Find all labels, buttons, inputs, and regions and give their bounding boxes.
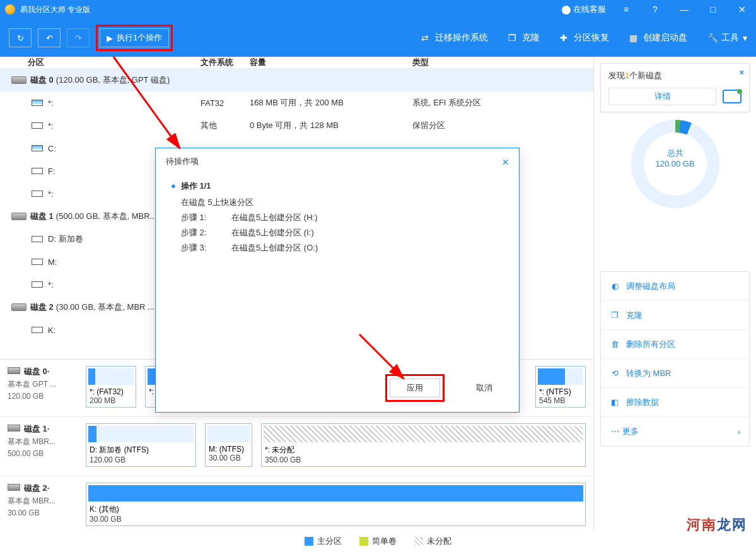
menu-icon[interactable]: ≡ [617,4,635,15]
more-icon: ⋯ [610,426,620,437]
action-adjust[interactable]: ◐调整磁盘布局 [601,272,749,301]
redo-button[interactable]: ↷ [67,28,90,47]
migrate-os-button[interactable]: ⇄迁移操作系统 [421,32,488,44]
disk-visual-2: 磁盘 2· 基本盘 MBR... 30.00 GB K: (其他)30.00 G… [0,476,593,535]
operation-step: 步骤 2:在磁盘5上创建分区 (I:) [181,227,504,238]
user-icon [562,6,571,15]
disk-icon [8,484,20,491]
action-clone[interactable]: ❐克隆 [601,301,749,330]
recover-icon: ✚ [560,33,570,43]
disk-icon [11,303,26,311]
app-title: 易我分区大师 专业版 [20,4,562,15]
partition-icon [32,122,43,129]
disk0-label: 磁盘 0 [30,74,54,86]
notify-title: 发现1个新磁盘 [608,70,741,81]
detail-button[interactable]: 详情 [608,88,716,105]
pending-operations-modal: 待操作项 × 操作 1/1 在磁盘 5上快速分区 步骤 1:在磁盘5上创建分区 … [155,148,520,413]
th-capacity: 容量 [250,57,412,68]
modal-title: 待操作项 [166,156,199,169]
close-icon[interactable]: ✕ [733,4,751,15]
wrench-icon: 🔧 [707,33,718,43]
donut-label: 总共 120.00 GB [600,148,750,168]
disk-row-0[interactable]: 磁盘 0 (120.00 GB, 基本盘, GPT 磁盘) [0,69,593,91]
action-wipe[interactable]: ◧擦除数据 [601,388,749,417]
minimize-icon[interactable]: — [675,4,693,15]
partition-visual[interactable]: *: 未分配350.00 GB [261,423,586,467]
refresh-button[interactable]: ↻ [9,28,32,47]
partition-visual[interactable]: K: (其他)30.00 GB [86,483,586,526]
toolbar: ↻ ↶ ↷ ▶ 执行1个操作 ⇄迁移操作系统 ❐克隆 ✚分区恢复 ▦创建启动盘 … [0,19,756,57]
table-row[interactable]: *: 其他 0 Byte 可用，共 128 MB 保留分区 [0,114,593,137]
bootdisk-button[interactable]: ▦创建启动盘 [629,32,687,44]
app-logo-icon [5,4,15,15]
chevron-right-icon: › [738,427,740,437]
action-more[interactable]: ⋯ 更多› [601,417,749,446]
play-icon: ▶ [107,33,113,43]
partition-visual[interactable]: *: (FAT32)200 MB [86,366,136,408]
action-delete-all[interactable]: 🗑删除所有分区 [601,330,749,359]
partition-icon [32,236,43,242]
execute-button[interactable]: ▶ 执行1个操作 [100,28,169,47]
watermark: 河南龙网 [687,515,747,534]
partition-icon [32,145,43,151]
partition-visual[interactable]: M: (NTFS)30.00 GB [205,423,252,467]
maximize-icon[interactable]: □ [704,4,722,15]
action-convert-mbr[interactable]: ⟲转换为 MBR [601,359,749,388]
disk-icon [8,367,20,374]
execute-highlight: ▶ 执行1个操作 [96,25,173,51]
partition-icon [32,100,43,106]
modal-close-icon[interactable]: × [502,156,509,169]
th-partition: 分区 [28,57,201,68]
new-disk-icon [723,90,741,103]
action-list: ◐调整磁盘布局 ❐克隆 🗑删除所有分区 ⟲转换为 MBR ◧擦除数据 ⋯ 更多› [600,271,750,447]
recover-button[interactable]: ✚分区恢复 [560,32,609,44]
eraser-icon: ◧ [610,397,620,408]
swatch-unalloc-icon [414,537,423,546]
partition-icon [32,168,43,174]
disk-icon [11,76,26,84]
disk-icon [8,425,20,432]
migrate-icon: ⇄ [421,33,431,43]
adjust-icon: ◐ [610,281,620,291]
cancel-button[interactable]: 取消 [460,379,509,397]
partition-icon [32,327,43,333]
disk0-info: (120.00 GB, 基本盘, GPT 磁盘) [56,74,170,86]
convert-icon: ⟲ [610,368,620,379]
support-link[interactable]: 在线客服 [562,4,606,15]
th-fs: 文件系统 [201,57,250,68]
notify-close-icon[interactable]: × [739,68,744,77]
table-row[interactable]: *: FAT32 168 MB 可用，共 200 MB 系统, EFI 系统分区 [0,91,593,114]
swatch-primary-icon [305,537,313,546]
disk-icon [11,213,26,220]
clone-icon: ❐ [508,33,518,43]
execute-label: 执行1个操作 [117,32,162,44]
swatch-simple-icon [359,537,368,546]
operation-header: 操作 1/1 [171,180,504,192]
notify-card: × 发现1个新磁盘 详情 [600,63,750,112]
operation-step: 步骤 1:在磁盘5上创建分区 (H:) [181,212,504,223]
operation-step: 步骤 3:在磁盘5上创建分区 (O:) [181,242,504,254]
trash-icon: 🗑 [610,339,620,349]
clone-icon: ❐ [610,310,620,320]
partition-icon [32,259,43,265]
bootdisk-icon: ▦ [629,33,639,43]
partition-icon [32,281,43,288]
clone-button[interactable]: ❐克隆 [508,32,540,44]
apply-highlight: 应用 [385,374,445,402]
disk-visual-1: 磁盘 1· 基本盘 MBR... 500.00 GB D: 新加卷 (NTFS)… [0,417,593,476]
partition-visual[interactable]: D: 新加卷 (NTFS)120.00 GB [86,423,196,467]
operation-desc: 在磁盘 5上快速分区 [181,197,504,208]
th-type: 类型 [412,57,593,68]
help-icon[interactable]: ? [646,4,664,15]
titlebar: 易我分区大师 专业版 在线客服 ≡ ? — □ ✕ [0,0,756,19]
apply-button[interactable]: 应用 [390,379,440,397]
undo-button[interactable]: ↶ [38,28,61,47]
tools-button[interactable]: 🔧工具▾ [707,32,747,44]
partition-visual[interactable]: *: (NTFS)545 MB [535,366,586,408]
table-header: 分区 文件系统 容量 类型 [0,57,593,69]
partition-icon [32,191,43,197]
